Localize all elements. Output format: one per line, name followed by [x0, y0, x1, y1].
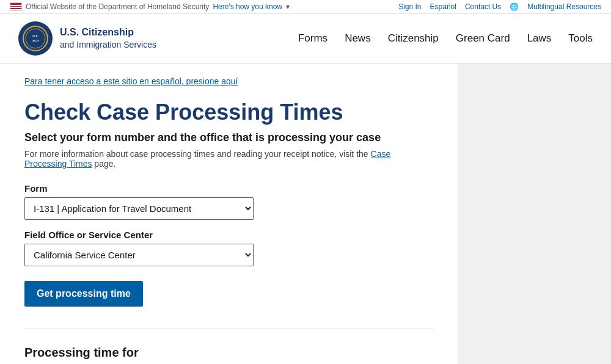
page-title: Check Case Processing Times [24, 99, 434, 125]
desc-suffix: page. [92, 159, 115, 169]
results-section: Processing time for Application for Trav… [24, 329, 434, 364]
nav-citizenship[interactable]: Citizenship [388, 32, 439, 45]
top-bar: Official Website of the Department of Ho… [0, 0, 611, 14]
globe-icon: 🌐 [510, 2, 519, 11]
multilingual-link[interactable]: Multilingual Resources [527, 2, 601, 11]
office-section: Field Office or Service Center Californi… [24, 230, 434, 266]
uscis-seal-icon: U.S. USCIS [22, 25, 49, 52]
office-label: Field Office or Service Center [24, 230, 434, 240]
official-text: Official Website of the Department of Ho… [26, 2, 209, 11]
spanish-link[interactable]: Para tener acceso a este sitio en españo… [24, 76, 238, 86]
main-nav: Forms News Citizenship Green Card Laws T… [298, 32, 593, 45]
top-bar-right: Sign In Español Contact Us 🌐 Multilingua… [398, 2, 601, 11]
spanish-banner: Para tener acceso a este sitio en españo… [24, 76, 434, 87]
svg-text:USCIS: USCIS [32, 39, 40, 42]
logo-line3: Services [123, 40, 156, 49]
logo-line2: and Immigration [60, 40, 121, 49]
top-bar-left: Official Website of the Department of Ho… [10, 2, 290, 11]
svg-point-0 [23, 26, 48, 51]
how-you-know-link[interactable]: Here's how you know [213, 2, 282, 11]
form-select[interactable]: I-131 | Application for Travel Document … [24, 197, 254, 220]
logo-text: U.S. Citizenship and Immigration Service… [60, 26, 156, 51]
page-desc: For more information about case processi… [24, 149, 434, 169]
get-processing-time-button[interactable]: Get processing time [24, 281, 143, 307]
results-title: Processing time for Application for Trav… [24, 344, 196, 364]
page-wrapper: Para tener acceso a este sitio en españo… [0, 64, 611, 364]
nav-tools[interactable]: Tools [568, 32, 593, 45]
contact-us-link[interactable]: Contact Us [465, 2, 501, 11]
svg-text:U.S.: U.S. [32, 34, 38, 38]
logo-line1: U.S. Citizenship [60, 26, 156, 39]
page-subtitle: Select your form number and the office t… [24, 131, 434, 144]
nav-laws[interactable]: Laws [527, 32, 552, 45]
site-header: U.S. USCIS U.S. Citizenship and Immigrat… [0, 14, 611, 64]
dropdown-arrow-icon: ▾ [286, 2, 290, 11]
office-select[interactable]: California Service Center Nebraska Servi… [24, 244, 254, 266]
desc-prefix: For more information about case processi… [24, 149, 371, 159]
nav-forms[interactable]: Forms [298, 32, 327, 45]
sign-in-link[interactable]: Sign In [398, 2, 421, 11]
main-content: Para tener acceso a este sitio en españo… [0, 64, 458, 364]
nav-news[interactable]: News [345, 32, 371, 45]
sidebar [458, 64, 611, 364]
form-section: Form I-131 | Application for Travel Docu… [24, 183, 434, 220]
flag-icon [10, 2, 22, 11]
espanol-link[interactable]: Español [430, 2, 456, 11]
logo-area: U.S. USCIS U.S. Citizenship and Immigrat… [18, 21, 156, 56]
uscis-logo: U.S. USCIS [18, 21, 53, 56]
nav-green-card[interactable]: Green Card [456, 32, 510, 45]
form-label: Form [24, 183, 434, 194]
